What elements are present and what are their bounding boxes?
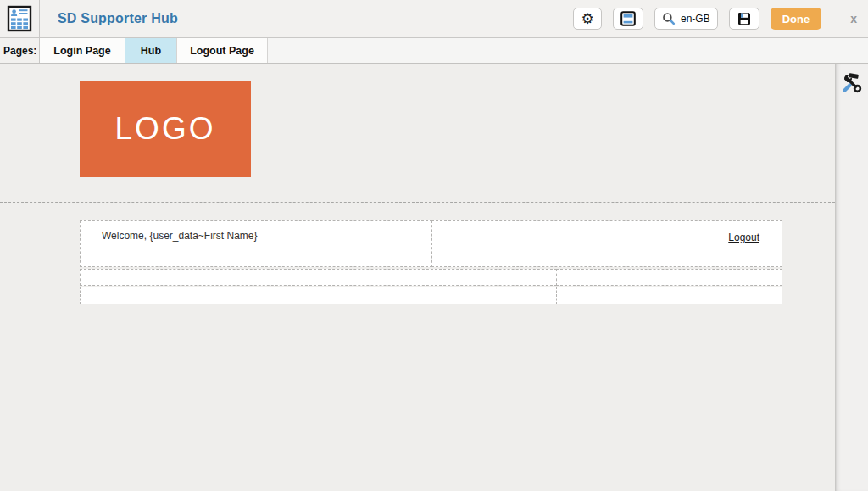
- empty-row: [80, 269, 782, 286]
- supporter-form-icon: [7, 5, 32, 32]
- hammer-wrench-icon: [841, 72, 863, 94]
- settings-button[interactable]: ⚙: [573, 8, 602, 30]
- empty-cell[interactable]: [320, 269, 557, 286]
- floppy-disk-icon: [737, 11, 752, 26]
- tab-bar-filler: [268, 38, 868, 63]
- tools-panel: [835, 64, 868, 491]
- app-logo-button[interactable]: [0, 0, 40, 37]
- gear-icon: ⚙: [581, 12, 593, 26]
- layout-preview-icon: [620, 11, 636, 26]
- template-header-region[interactable]: LOGO: [0, 64, 835, 203]
- empty-cell[interactable]: [556, 287, 782, 304]
- layout-preview-button[interactable]: [613, 8, 643, 30]
- pages-label: Pages:: [0, 38, 40, 63]
- close-button[interactable]: x: [850, 12, 857, 25]
- empty-cell[interactable]: [80, 287, 320, 304]
- tab-logout-page[interactable]: Logout Page: [177, 38, 268, 63]
- done-button[interactable]: Done: [771, 8, 822, 30]
- welcome-row: Welcome, {user_data~First Name} Logout: [80, 220, 782, 267]
- editor-canvas: LOGO Welcome, {user_data~First Name} Log…: [0, 64, 835, 491]
- template-body-grid: Welcome, {user_data~First Name} Logout: [80, 220, 782, 304]
- top-header-bar: SD Supporter Hub ⚙ en-GB: [0, 0, 868, 38]
- tab-hub[interactable]: Hub: [125, 38, 177, 63]
- empty-cell[interactable]: [320, 287, 557, 304]
- welcome-text: Welcome, {user_data~First Name}: [102, 230, 258, 242]
- logout-link[interactable]: Logout: [728, 232, 760, 243]
- save-button[interactable]: [729, 8, 760, 30]
- tab-login-page[interactable]: Login Page: [40, 38, 125, 63]
- empty-cell[interactable]: [556, 269, 782, 286]
- empty-cell[interactable]: [80, 269, 320, 286]
- pages-tab-bar: Pages: Login Page Hub Logout Page: [0, 38, 868, 64]
- logout-cell[interactable]: Logout: [431, 220, 782, 267]
- locale-label: en-GB: [681, 13, 710, 25]
- locale-search-button[interactable]: en-GB: [654, 8, 718, 30]
- tools-button[interactable]: [840, 71, 864, 95]
- empty-row: [80, 287, 782, 304]
- app-window: SD Supporter Hub ⚙ en-GB: [0, 0, 868, 491]
- welcome-text-cell[interactable]: Welcome, {user_data~First Name}: [80, 220, 432, 267]
- toolbar: ⚙ en-GB: [573, 8, 868, 30]
- logo-placeholder[interactable]: LOGO: [80, 81, 251, 177]
- search-icon: [662, 12, 676, 25]
- page-title: SD Supporter Hub: [58, 11, 178, 26]
